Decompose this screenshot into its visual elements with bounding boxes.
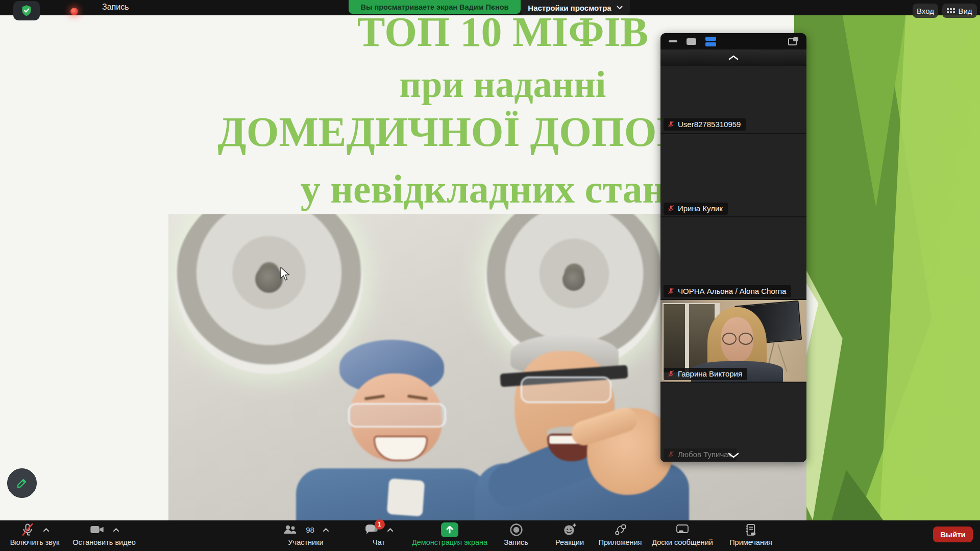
camera-icon: [89, 523, 105, 536]
share-screen-button[interactable]: Демонстрация экрана: [406, 522, 494, 546]
participants-count: 98: [306, 525, 314, 534]
record-button[interactable]: Запись: [498, 522, 534, 546]
woman-goggles: [348, 403, 446, 428]
panel-view-controls: [660, 33, 806, 49]
view-button[interactable]: Вид: [942, 4, 977, 18]
chevron-down-icon: [617, 6, 623, 10]
man-goggles: [521, 377, 611, 403]
speaker-view-button[interactable]: [687, 38, 696, 45]
chevron-up-icon[interactable]: [323, 528, 329, 532]
slide-title-line-4: у невідкладних станах: [26, 169, 980, 209]
slide-title-line-1: ТОП 10 МІФІВ: [26, 15, 980, 53]
shield-icon: [20, 4, 33, 17]
participant-name-chip: Гаврина Виктория: [664, 368, 747, 380]
grid-view-icon: [947, 8, 955, 13]
participants-label: Участники: [288, 538, 323, 546]
participant-tile-video[interactable]: Гаврина Виктория: [660, 299, 806, 383]
participant-tile[interactable]: Ирина Кулик: [660, 133, 806, 217]
leave-meeting-button[interactable]: Выйти: [933, 527, 973, 542]
participant-name: ЧОРНА Альона / Alona Chorna: [678, 287, 786, 295]
stop-video-label: Остановить видео: [72, 538, 136, 546]
chat-badge: 1: [375, 519, 385, 530]
apps-label: Приложения: [599, 538, 642, 546]
participant-tile[interactable]: ЧОРНА Альона / Alona Chorna: [660, 216, 806, 300]
notes-label: Примечания: [729, 538, 772, 546]
video-window-pane: [664, 304, 685, 372]
minimize-view-button[interactable]: [669, 40, 677, 42]
woman-mask: [387, 479, 425, 517]
annotate-button[interactable]: [7, 468, 37, 498]
lamp-hub-left: [255, 265, 283, 293]
popout-panel-button[interactable]: [788, 37, 798, 45]
mic-muted-icon: [667, 287, 675, 295]
scroll-more-participants[interactable]: [728, 451, 739, 460]
view-label: Вид: [958, 7, 972, 15]
notes-button[interactable]: Примечания: [724, 522, 778, 546]
reactions-icon: [562, 522, 577, 537]
pencil-icon: [15, 477, 29, 490]
record-icon: [509, 523, 523, 537]
reactions-label: Реакции: [555, 538, 584, 546]
chevron-down-icon: [728, 453, 739, 458]
surgical-lamp-left: [175, 214, 363, 374]
participant-name-chip: Любов Тупичак: [664, 448, 737, 461]
whiteboards-button[interactable]: Доски сообщений: [649, 522, 716, 546]
collapse-panel-control[interactable]: [660, 49, 806, 66]
mouse-cursor: [280, 267, 291, 284]
participant-name-chip: Ирина Кулик: [664, 203, 728, 215]
whiteboards-label: Доски сообщений: [652, 538, 713, 546]
mic-muted-icon: [667, 370, 675, 378]
record-label: Запись: [504, 538, 528, 546]
recording-dot-icon: [70, 8, 78, 15]
participant-name: Гаврина Виктория: [678, 369, 742, 378]
participants-panel: User82785310959 Ирина Кулик ЧОРНА Альона…: [660, 33, 806, 462]
notes-icon: [744, 523, 757, 537]
participants-button[interactable]: 98 Участники: [272, 522, 340, 546]
viewing-screen-banner: Вы просматриваете экран Вадим Пєнов: [349, 0, 521, 14]
participant-name-chip: ЧОРНА Альона / Alona Chorna: [664, 285, 791, 297]
apps-button[interactable]: Приложения: [595, 522, 646, 546]
reactions-button[interactable]: Реакции: [549, 522, 591, 546]
chevron-up-icon: [728, 55, 739, 60]
video-person-glasses: [739, 333, 753, 345]
participant-tile[interactable]: Любов Тупичак: [660, 382, 806, 462]
login-button[interactable]: Вход: [913, 4, 938, 18]
participant-name: Любов Тупичак: [678, 450, 731, 459]
mic-muted-icon: [667, 120, 675, 128]
chevron-up-icon[interactable]: [387, 528, 394, 532]
lamp-hub-right: [562, 268, 585, 291]
participant-tile[interactable]: User82785310959: [660, 66, 806, 133]
whiteboard-icon: [675, 523, 690, 536]
share-screen-icon: [441, 522, 458, 537]
video-person-glasses: [722, 333, 737, 345]
chat-button[interactable]: 1 Чат: [357, 522, 400, 546]
share-screen-label: Демонстрация экрана: [412, 538, 487, 546]
slide-title-line-3: ДОМЕДИЧНОЇ ДОПОМОГИ: [26, 111, 980, 153]
meeting-toolbar: Включить звук Остановить видео 98: [0, 520, 980, 551]
participant-name: User82785310959: [678, 120, 741, 129]
mic-muted-icon: [667, 450, 675, 458]
recording-label: Запись: [102, 3, 129, 12]
participant-name: Ирина Кулик: [678, 204, 723, 213]
chevron-up-icon[interactable]: [113, 528, 119, 532]
mic-muted-icon: [20, 522, 35, 537]
security-shield-button[interactable]: [13, 1, 40, 20]
apps-icon: [614, 523, 627, 537]
chat-label: Чат: [373, 538, 385, 546]
stop-video-button[interactable]: Остановить видео: [65, 522, 143, 546]
view-settings-label: Настройки просмотра: [528, 4, 611, 12]
login-label: Вход: [917, 7, 934, 15]
strip-view-button-active[interactable]: [705, 37, 716, 46]
view-settings-dropdown[interactable]: Настройки просмотра: [521, 0, 630, 15]
unmute-label: Включить звук: [10, 538, 60, 546]
unmute-button[interactable]: Включить звук: [5, 522, 64, 546]
participant-name-chip: User82785310959: [664, 118, 746, 131]
shared-screen-slide: ТОП 10 МІФІВ при наданні ДОМЕДИЧНОЇ ДОПО…: [0, 15, 980, 520]
mic-muted-icon: [667, 205, 675, 212]
participants-icon: [282, 523, 298, 536]
slide-title-line-2: при наданні: [26, 65, 980, 103]
chevron-up-icon[interactable]: [43, 528, 50, 532]
